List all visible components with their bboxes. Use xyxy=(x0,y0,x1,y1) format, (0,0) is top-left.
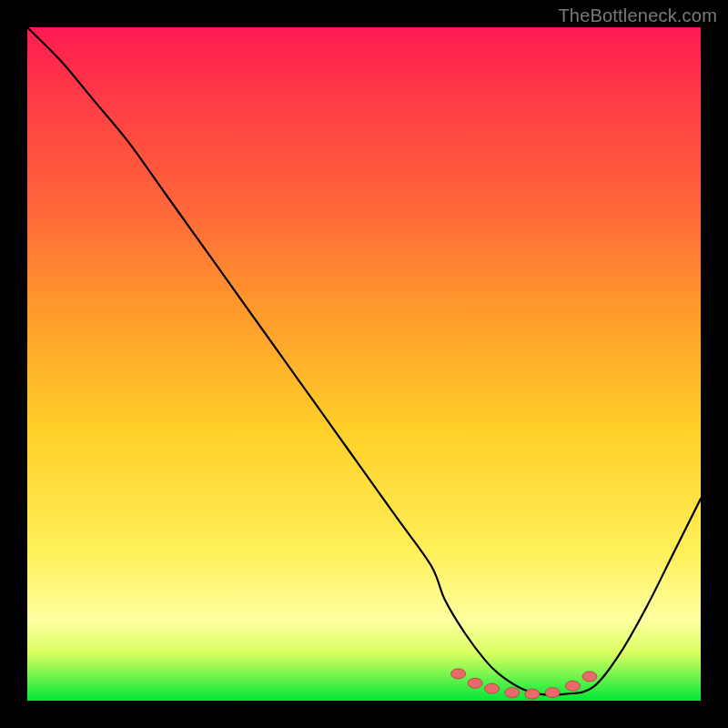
marker-dot xyxy=(505,688,520,698)
marker-dot xyxy=(582,672,597,682)
plot-area xyxy=(27,27,701,701)
marker-dot xyxy=(468,678,482,688)
watermark-text: TheBottleneck.com xyxy=(558,5,717,26)
marker-dot xyxy=(451,669,466,679)
marker-dot xyxy=(565,681,580,691)
optimal-range-markers xyxy=(451,669,597,699)
marker-dot xyxy=(525,689,540,699)
bottleneck-curve xyxy=(27,27,701,695)
chart-svg xyxy=(27,27,701,701)
marker-dot xyxy=(545,688,560,698)
marker-dot xyxy=(485,683,500,693)
chart-stage: TheBottleneck.com xyxy=(0,0,728,728)
